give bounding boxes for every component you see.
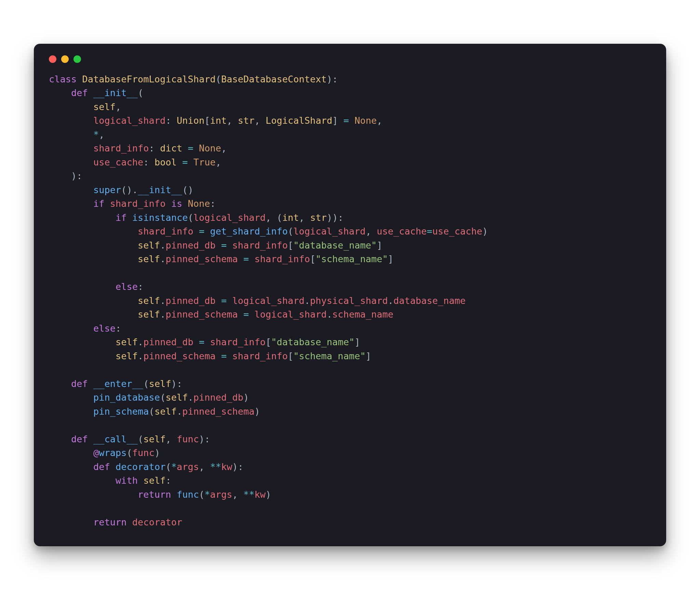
- window-controls: [49, 55, 651, 63]
- maximize-icon[interactable]: [73, 55, 81, 63]
- close-icon[interactable]: [49, 55, 56, 63]
- minimize-icon[interactable]: [61, 55, 69, 63]
- code-content: class DatabaseFromLogicalShard(BaseDatab…: [49, 72, 651, 529]
- editor-window: class DatabaseFromLogicalShard(BaseDatab…: [34, 44, 666, 547]
